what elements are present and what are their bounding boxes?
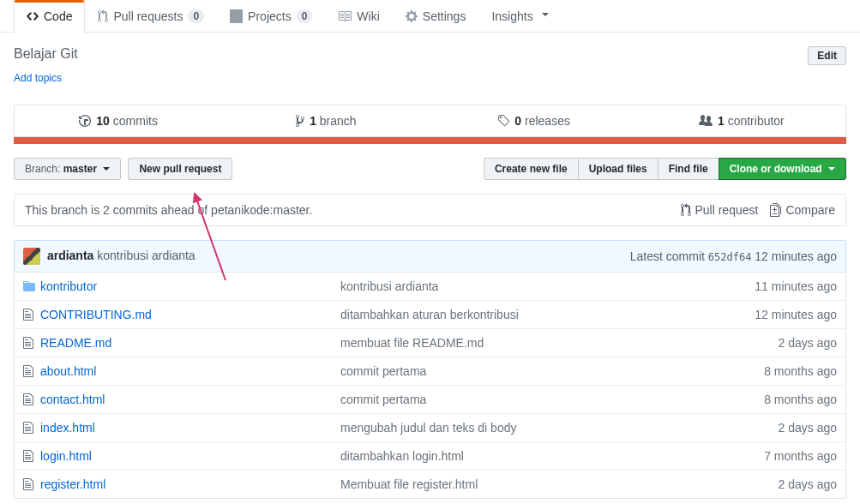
commit-author[interactable]: ardianta	[47, 249, 93, 262]
file-age: 11 minutes ago	[755, 279, 837, 293]
avatar[interactable]	[23, 248, 40, 265]
file-commit-message[interactable]: membuat file README.md	[340, 336, 779, 350]
commit-age[interactable]: 12 minutes ago	[755, 249, 837, 263]
tab-insights-label: Insights	[491, 9, 532, 23]
branch-name: master	[63, 163, 97, 175]
stats-contributors[interactable]: 1 contributor	[638, 105, 845, 136]
edit-button[interactable]: Edit	[808, 46, 846, 65]
tab-pull-requests[interactable]: Pull requests 0	[85, 0, 217, 32]
code-icon	[27, 9, 39, 23]
file-name-link[interactable]: register.html	[40, 477, 105, 491]
commits-count: 10	[96, 114, 110, 128]
compare-link[interactable]: Compare	[770, 203, 835, 217]
upload-files-button[interactable]: Upload files	[578, 158, 659, 180]
file-list: kontributorkontribusi ardianta11 minutes…	[14, 272, 846, 499]
file-icon	[23, 364, 40, 378]
tab-settings-label: Settings	[423, 9, 466, 23]
contributors-label: contributor	[728, 114, 785, 128]
compare-message: This branch is 2 commits ahead of petani…	[25, 203, 312, 217]
releases-count: 0	[514, 114, 521, 128]
tab-code[interactable]: Code	[14, 0, 85, 33]
file-age: 12 minutes ago	[755, 308, 837, 321]
file-commit-message[interactable]: ditambahkan login.html	[340, 449, 764, 463]
file-name-link[interactable]: login.html	[40, 449, 92, 463]
file-row: kontributorkontribusi ardianta11 minutes…	[15, 273, 845, 300]
file-row: about.htmlcommit pertama8 months ago	[15, 357, 845, 385]
file-icon	[23, 393, 40, 406]
folder-icon	[23, 279, 40, 293]
repo-description: Belajar Git	[14, 46, 78, 62]
project-icon	[230, 9, 243, 23]
file-row: README.mdmembuat file README.md2 days ag…	[15, 328, 845, 357]
file-name-link[interactable]: about.html	[40, 364, 96, 378]
git-branch-icon	[296, 114, 304, 128]
contributors-count: 1	[718, 114, 725, 128]
tag-icon	[497, 114, 509, 128]
commit-sha[interactable]: 652df64	[708, 251, 752, 263]
branch-select-button[interactable]: Branch: master	[14, 158, 121, 180]
commit-message[interactable]: kontribusi ardianta	[97, 249, 195, 262]
add-topics-link[interactable]: Add topics	[14, 72, 62, 84]
file-age: 2 days ago	[779, 336, 838, 350]
tab-settings[interactable]: Settings	[393, 0, 479, 32]
file-age: 2 days ago	[779, 477, 838, 491]
file-row: register.htmlMembuat file register.html2…	[15, 470, 845, 498]
create-new-file-button[interactable]: Create new file	[484, 158, 579, 180]
file-row: contact.htmlcommit pertama8 months ago	[15, 385, 845, 413]
latest-commit-label: Latest commit	[630, 249, 705, 263]
branch-prefix: Branch:	[25, 163, 60, 175]
file-commit-message[interactable]: Membuat file register.html	[340, 477, 779, 491]
file-name-link[interactable]: kontributor	[40, 279, 97, 293]
file-row: login.htmlditambahkan login.html7 months…	[15, 441, 845, 470]
file-icon	[23, 336, 40, 350]
commit-tease: ardianta kontribusi ardianta Latest comm…	[14, 240, 846, 272]
clone-label: Clone or download	[730, 163, 822, 175]
file-commit-message[interactable]: commit pertama	[340, 393, 764, 406]
tab-projects-label: Projects	[248, 9, 292, 23]
file-age: 8 months ago	[764, 393, 837, 406]
file-name-link[interactable]: CONTRIBUTING.md	[40, 308, 152, 321]
file-name-link[interactable]: index.html	[40, 421, 95, 435]
file-commit-message[interactable]: mengubah judul dan teks di body	[340, 421, 779, 435]
tab-wiki[interactable]: Wiki	[325, 0, 392, 32]
pull-request-link[interactable]: Pull request	[681, 203, 758, 217]
caret-down-icon	[103, 167, 110, 174]
clone-download-button[interactable]: Clone or download	[719, 158, 846, 180]
history-icon	[79, 114, 91, 128]
file-name-link[interactable]: README.md	[40, 336, 111, 350]
language-bar[interactable]	[14, 137, 846, 144]
book-icon	[338, 9, 352, 23]
pr-count-badge: 0	[188, 9, 204, 23]
stats-commits[interactable]: 10 commits	[15, 105, 222, 136]
repo-tabnav: Code Pull requests 0 Projects 0 Wiki Set…	[0, 0, 860, 33]
branches-count: 1	[310, 114, 316, 128]
projects-count-badge: 0	[297, 9, 313, 23]
find-file-button[interactable]: Find file	[658, 158, 719, 180]
diff-icon	[770, 203, 782, 217]
releases-label: releases	[525, 114, 570, 128]
caret-down-icon	[542, 13, 549, 20]
tab-pr-label: Pull requests	[113, 9, 183, 23]
branches-label: branch	[320, 114, 357, 128]
git-pull-request-icon	[98, 9, 108, 23]
file-icon	[23, 477, 40, 491]
file-commit-message[interactable]: commit pertama	[340, 364, 764, 378]
file-commit-message[interactable]: kontribusi ardianta	[340, 279, 755, 293]
repo-header: Belajar Git Edit Add topics	[0, 33, 860, 98]
caret-down-icon	[828, 167, 835, 174]
file-icon	[23, 308, 40, 321]
stats-releases[interactable]: 0 releases	[430, 105, 638, 136]
stats-bar: 10 commits 1 branch 0 releases 1 contrib…	[14, 105, 846, 137]
tab-insights[interactable]: Insights	[478, 0, 561, 32]
people-icon	[699, 114, 713, 128]
stats-branches[interactable]: 1 branch	[222, 105, 430, 136]
new-pull-request-button[interactable]: New pull request	[128, 158, 232, 180]
file-icon	[23, 421, 40, 435]
file-name-link[interactable]: contact.html	[40, 393, 105, 406]
gear-icon	[406, 9, 418, 23]
file-age: 2 days ago	[779, 421, 838, 435]
file-row: index.htmlmengubah judul dan teks di bod…	[15, 413, 845, 441]
file-row: CONTRIBUTING.mdditambahkan aturan berkon…	[15, 300, 845, 328]
tab-projects[interactable]: Projects 0	[217, 0, 325, 32]
file-commit-message[interactable]: ditambahkan aturan berkontribusi	[340, 308, 755, 321]
